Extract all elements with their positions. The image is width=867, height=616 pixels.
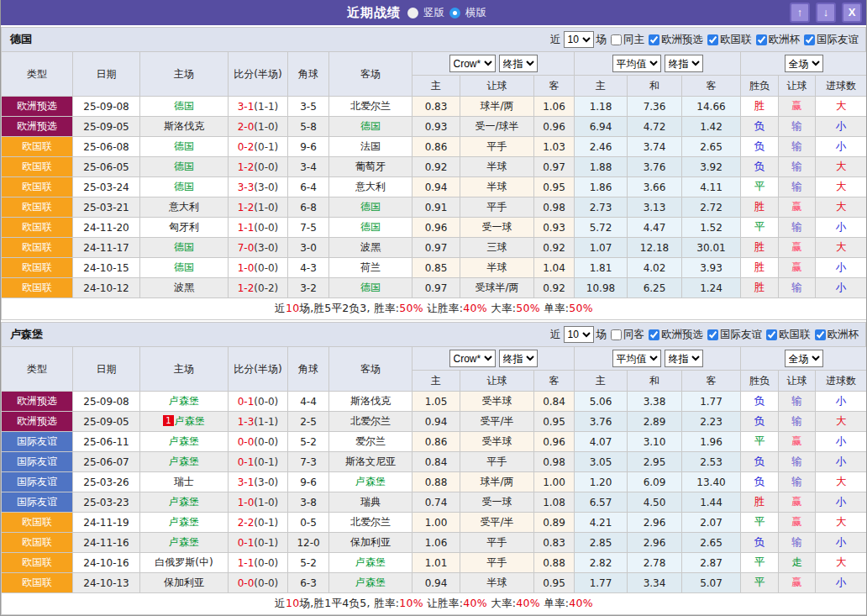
avg-home-odds-cell: 5.72 xyxy=(575,218,628,238)
home-team-cell: 瑞士 xyxy=(140,472,229,492)
full-match-select[interactable]: 全场 xyxy=(785,350,823,367)
competition-cell: 欧国联 xyxy=(2,573,73,593)
avg-home-odds-cell: 5.06 xyxy=(575,392,628,412)
scroll-up-button[interactable]: ↑ xyxy=(790,3,810,23)
crow-home-odds-cell: 0.94 xyxy=(412,412,460,432)
crow-away-odds-cell: 0.97 xyxy=(534,157,575,177)
titlebar-buttons: ↑ ↓ X xyxy=(790,3,862,23)
avg-odds-stage-select[interactable]: 终指 xyxy=(665,55,703,72)
league-checkbox[interactable]: 国际友谊 xyxy=(802,33,859,47)
full-match-select[interactable]: 全场 xyxy=(785,55,823,72)
avg-home-odds-cell: 2.46 xyxy=(575,137,628,157)
corners-cell: 6-3 xyxy=(288,573,329,593)
avg-home-odds-cell: 1.86 xyxy=(575,177,628,197)
date-cell: 24-10-15 xyxy=(73,258,140,278)
competition-cell: 欧国联 xyxy=(2,533,73,553)
horizontal-view-label[interactable]: 横版 xyxy=(465,6,486,20)
crow-handicap-cell: 受半球 xyxy=(460,432,534,452)
date-cell: 25-09-08 xyxy=(73,97,140,117)
goals-result-cell: 小 xyxy=(816,117,867,137)
date-cell: 25-06-05 xyxy=(73,157,140,177)
match-result-cell: 负 xyxy=(741,452,779,472)
score-cell: 3-1(1-1) xyxy=(229,97,288,117)
league-checkbox[interactable]: 欧洲杯 xyxy=(754,33,801,47)
away-team-cell: 卢森堡 xyxy=(329,553,412,573)
competition-cell: 欧国联 xyxy=(2,553,73,573)
match-row: 欧洲预选25-09-08德国3-1(1-1)3-5北爱尔兰0.83球半/两1.0… xyxy=(2,97,867,117)
column-header: 主场 xyxy=(140,347,229,392)
score-cell: 1-2(0-0) xyxy=(229,157,288,177)
full-match-dropdown-cell: 全场 xyxy=(741,52,867,76)
crow-handicap-cell: 平手 xyxy=(460,533,534,553)
vertical-view-radio[interactable] xyxy=(407,8,418,18)
league-checkbox[interactable]: 欧国联 xyxy=(765,328,811,342)
crow-handicap-cell: 平手 xyxy=(460,137,534,157)
column-header: 类型 xyxy=(2,52,73,97)
crow-handicap-cell: 平手 xyxy=(460,197,534,218)
away-team-cell: 爱尔兰 xyxy=(329,432,412,452)
same-venue-checkbox[interactable]: 同客 xyxy=(609,328,644,342)
match-row: 欧国联24-10-15德国1-0(0-0)4-3荷兰0.85半球1.041.81… xyxy=(2,258,867,278)
crow-odds-stage-select[interactable]: 终指 xyxy=(499,350,538,367)
crow-away-odds-cell: 0.95 xyxy=(534,573,575,593)
match-row: 欧国联24-10-12波黑1-2(0-2)3-2德国0.97受球半/两0.921… xyxy=(2,278,867,298)
league-checkbox[interactable]: 欧洲预选 xyxy=(647,328,703,342)
column-header: 和 xyxy=(628,371,682,392)
competition-cell: 欧洲预选 xyxy=(2,117,73,137)
same-venue-checkbox[interactable]: 同主 xyxy=(609,33,644,47)
bookmaker-select[interactable]: Crow* xyxy=(449,55,496,72)
home-team-cell: 卢森堡 xyxy=(140,492,229,513)
goals-result-cell: 小 xyxy=(816,452,867,472)
scroll-down-button[interactable]: ↓ xyxy=(816,3,836,23)
crow-handicap-cell: 半球 xyxy=(460,157,534,177)
avg-odds-stage-select[interactable]: 终指 xyxy=(665,350,703,367)
goals-result-cell: 小 xyxy=(816,492,867,513)
match-count-select[interactable]: 10 xyxy=(564,326,594,343)
avg-home-odds-cell: 1.77 xyxy=(575,573,628,593)
date-cell: 24-10-13 xyxy=(73,573,140,593)
horizontal-view-radio[interactable] xyxy=(449,8,460,18)
avg-draw-odds-cell: 2.95 xyxy=(628,452,682,472)
crow-dropdowns-cell: Crow*终指 xyxy=(412,347,575,371)
league-checkbox[interactable]: 欧洲杯 xyxy=(813,328,859,342)
average-select[interactable]: 平均值 xyxy=(612,350,661,367)
crow-handicap-cell: 受一球 xyxy=(460,492,534,513)
avg-draw-odds-cell: 4.47 xyxy=(628,218,682,238)
date-cell: 25-09-05 xyxy=(73,412,140,432)
handicap-result-cell: 赢 xyxy=(779,197,816,218)
avg-away-odds-cell: 1.24 xyxy=(682,278,741,298)
bookmaker-select[interactable]: Crow* xyxy=(449,350,496,367)
date-cell: 24-11-19 xyxy=(73,513,140,533)
score-cell: 1-2(0-2) xyxy=(229,278,288,298)
league-checkbox[interactable]: 国际友谊 xyxy=(706,328,762,342)
avg-away-odds-cell: 1.42 xyxy=(682,117,741,137)
vertical-view-label[interactable]: 竖版 xyxy=(423,6,444,20)
column-header: 让球 xyxy=(779,371,816,392)
home-team-cell: 卢森堡 xyxy=(140,452,229,472)
handicap-result-cell: 赢 xyxy=(779,238,816,258)
matches-table: 类型日期主场比分(半场)角球客场Crow*终指平均值终指全场主让球客主和客胜负让… xyxy=(1,346,867,615)
league-checkbox[interactable]: 欧国联 xyxy=(706,33,752,47)
goals-result-cell: 大 xyxy=(816,97,867,117)
crow-handicap-cell: 三球 xyxy=(460,238,534,258)
avg-home-odds-cell: 1.81 xyxy=(575,258,628,278)
home-team-cell: 德国 xyxy=(140,258,229,278)
full-match-dropdown-cell: 全场 xyxy=(741,347,867,371)
summary-row: 近10场,胜1平4负5, 胜率:10% 让胜率:40% 大率:40% 单率:40… xyxy=(2,593,867,615)
close-button[interactable]: X xyxy=(842,3,862,23)
crow-handicap-cell: 平手 xyxy=(460,452,534,472)
date-cell: 24-10-16 xyxy=(73,553,140,573)
away-team-cell: 波黑 xyxy=(329,238,412,258)
crow-away-odds-cell: 0.93 xyxy=(534,218,575,238)
league-checkbox[interactable]: 欧洲预选 xyxy=(647,33,703,47)
home-team-cell: 德国 xyxy=(140,97,229,117)
average-select[interactable]: 平均值 xyxy=(612,55,661,72)
match-count-select[interactable]: 10 xyxy=(564,31,594,48)
away-team-cell: 意大利 xyxy=(329,177,412,197)
avg-draw-odds-cell: 4.50 xyxy=(628,492,682,513)
crow-odds-stage-select[interactable]: 终指 xyxy=(499,55,538,72)
score-cell: 2-0(1-0) xyxy=(229,117,288,137)
column-header: 进球数 xyxy=(816,76,867,97)
crow-handicap-cell: 受平/半 xyxy=(460,412,534,432)
match-result-cell: 负 xyxy=(741,157,779,177)
